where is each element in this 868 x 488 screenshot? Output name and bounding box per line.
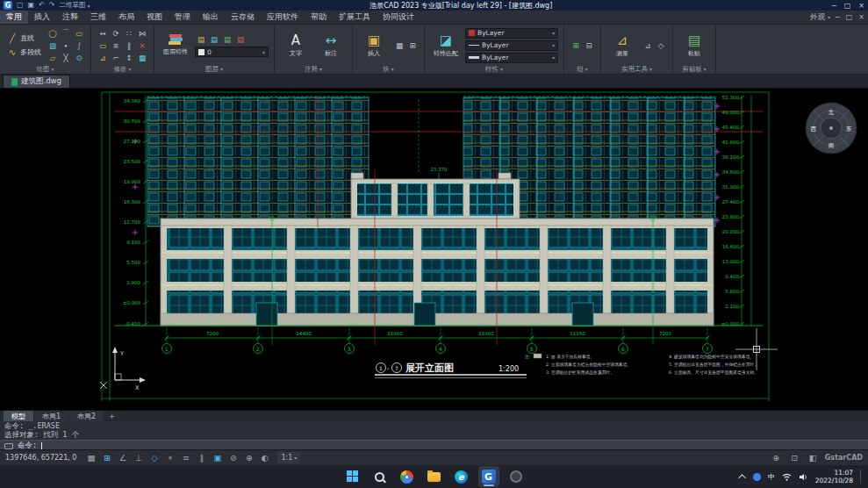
osnap-toggle-icon[interactable]: ◇: [147, 453, 161, 463]
group-icon[interactable]: ⊞: [570, 39, 582, 51]
point-tool-icon[interactable]: ∙: [60, 39, 72, 51]
rectangle-tool-icon[interactable]: ▭: [73, 27, 85, 39]
drawing-canvas[interactable]: 34.360 30.700 27.100 23.500 19.900 16.30…: [0, 89, 868, 410]
redo-icon[interactable]: ↷: [49, 1, 55, 10]
wifi-icon[interactable]: [782, 473, 792, 481]
compass-south-label[interactable]: 南: [829, 142, 835, 149]
close-button[interactable]: ×: [858, 2, 864, 10]
taskbar-chrome-button[interactable]: [397, 466, 418, 487]
edit-block-icon[interactable]: ⊞: [406, 39, 419, 51]
layer-lock-icon[interactable]: ▤: [221, 33, 233, 45]
erase-tool-icon[interactable]: ×: [136, 39, 148, 51]
doc-minimize-button[interactable]: ─: [836, 13, 840, 21]
layer-on-icon[interactable]: ▤: [195, 33, 207, 45]
mirror-tool-icon[interactable]: ⋈: [136, 27, 148, 39]
panel-label-properties[interactable]: 特性▾: [430, 64, 558, 74]
transparency-toggle-icon[interactable]: ∥: [195, 453, 208, 463]
taskbar-browser-button[interactable]: [506, 466, 527, 487]
ime-indicator[interactable]: 中: [768, 472, 775, 482]
document-tab[interactable]: 建筑图.dwg: [3, 75, 70, 88]
panel-label-draw[interactable]: 绘图▾: [5, 64, 85, 74]
doc-close-button[interactable]: ×: [858, 13, 864, 21]
dyn-toggle-icon[interactable]: ▣: [211, 453, 224, 463]
linetype-dropdown[interactable]: ByLayer▾: [465, 40, 558, 51]
start-button[interactable]: [342, 466, 363, 487]
tab-home[interactable]: 常用: [0, 11, 28, 24]
panel-label-utilities[interactable]: 实用工具▾: [606, 64, 667, 74]
show-desktop-button[interactable]: [860, 470, 861, 484]
tab-express-tools[interactable]: 扩展工具: [333, 11, 377, 24]
offset-tool-icon[interactable]: ≋: [110, 39, 122, 51]
fillet-tool-icon[interactable]: ∥: [123, 39, 135, 51]
minimize-button[interactable]: ─: [832, 2, 836, 10]
clean-screen-icon[interactable]: ⊡: [788, 453, 801, 463]
isolate-objects-icon[interactable]: ⊕: [770, 453, 783, 463]
lineweight-toggle-icon[interactable]: ≡: [179, 453, 192, 463]
grid-toggle-icon[interactable]: ▦: [84, 453, 97, 463]
undo-icon[interactable]: ↶: [39, 1, 45, 10]
ortho-toggle-icon[interactable]: ⊥: [132, 453, 145, 463]
tab-cloud[interactable]: 云存储: [225, 11, 261, 24]
tab-output[interactable]: 输出: [197, 11, 225, 24]
tab-collaboration[interactable]: 协同设计: [377, 11, 420, 24]
paste-button[interactable]: ▤粘贴: [678, 33, 710, 58]
panel-label-clipboard[interactable]: 剪贴板▾: [678, 64, 710, 74]
layout1-tab[interactable]: 布局1: [34, 411, 68, 421]
color-dropdown[interactable]: ByLayer▾: [465, 28, 558, 39]
array-tool-icon[interactable]: ▦: [136, 52, 148, 63]
panel-label-modify[interactable]: 修改▾: [97, 64, 148, 74]
taskbar-edge-button[interactable]: e: [451, 466, 472, 487]
match-properties-button[interactable]: ◪特性匹配: [430, 33, 462, 58]
clock[interactable]: 11:07 2022/10/28: [815, 469, 853, 484]
create-block-icon[interactable]: ▦: [393, 39, 405, 51]
layer-freeze-icon[interactable]: ▤: [208, 33, 220, 45]
explode-tool-icon[interactable]: ⌐: [110, 52, 122, 63]
layout2-tab[interactable]: 布局2: [69, 411, 104, 421]
tray-app-icon[interactable]: [753, 473, 761, 481]
polygon-tool-icon[interactable]: ▱: [47, 52, 59, 63]
text-button[interactable]: A文字: [280, 33, 312, 58]
tab-view[interactable]: 视图: [140, 11, 169, 24]
circle-tool-icon[interactable]: ◯: [47, 27, 59, 39]
taskbar-search-button[interactable]: [369, 466, 391, 487]
scale-tool-icon[interactable]: ↕: [123, 52, 135, 63]
taskbar-gstarcad-button[interactable]: G: [478, 466, 499, 487]
panel-label-annotation[interactable]: 注释▾: [280, 64, 347, 74]
quick-select-icon[interactable]: ⊿: [642, 39, 654, 51]
appearance-menu[interactable]: 外观▾: [805, 11, 836, 24]
spline-tool-icon[interactable]: ∫: [73, 39, 85, 51]
insert-block-button[interactable]: ▣插入: [358, 33, 390, 58]
add-layout-button[interactable]: +: [104, 413, 119, 420]
tab-help[interactable]: 帮助: [305, 11, 333, 24]
workspace-toggle-icon[interactable]: ◐: [258, 453, 271, 463]
snap-toggle-icon[interactable]: ⊞: [100, 453, 113, 463]
stretch-tool-icon[interactable]: ▭: [97, 39, 109, 51]
tab-3d[interactable]: 三维: [84, 11, 112, 24]
dimension-button[interactable]: ↔标注: [315, 33, 347, 58]
compass-east-label[interactable]: 东: [846, 126, 852, 133]
xline-tool-icon[interactable]: ╳: [60, 52, 72, 63]
tab-apps[interactable]: 应用软件: [261, 11, 305, 24]
rotate-tool-icon[interactable]: ⟳: [110, 27, 122, 39]
panel-label-block[interactable]: 块▾: [358, 64, 419, 74]
annotation-toggle-icon[interactable]: ⊕: [242, 453, 255, 463]
arc-tool-icon[interactable]: ⌒: [60, 27, 72, 39]
tab-layout[interactable]: 布局: [112, 11, 140, 24]
panel-label-group[interactable]: 组▾: [570, 64, 595, 74]
taskbar-explorer-button[interactable]: [424, 466, 445, 487]
tab-annotate[interactable]: 注释: [56, 11, 84, 24]
line-button[interactable]: ╱直线: [5, 32, 43, 45]
tray-chevron-icon[interactable]: [738, 474, 745, 481]
panel-label-layers[interactable]: 图层▾: [160, 64, 269, 74]
polar-toggle-icon[interactable]: ∠: [116, 453, 129, 463]
ungroup-icon[interactable]: ⊟: [583, 39, 595, 51]
hatch-tool-icon[interactable]: ▨: [47, 39, 59, 51]
new-file-icon[interactable]: ▢: [17, 1, 24, 10]
layer-isolate-icon[interactable]: ▤: [234, 33, 247, 45]
volume-icon[interactable]: [799, 473, 808, 481]
trim-tool-icon[interactable]: ⊿: [97, 52, 109, 63]
annotation-scale-chip[interactable]: 1:1▾: [277, 452, 300, 463]
polyline-button[interactable]: ∿多段线: [5, 47, 43, 59]
copy-tool-icon[interactable]: ∷: [123, 27, 135, 39]
donut-tool-icon[interactable]: ⊙: [73, 52, 85, 63]
